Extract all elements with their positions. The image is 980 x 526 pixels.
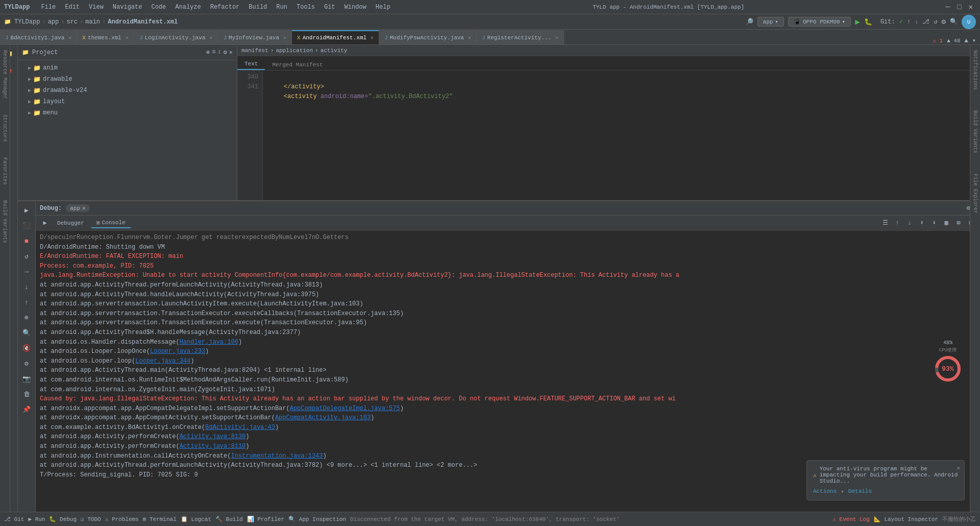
close-tab-icon[interactable]: ✕ [209, 35, 212, 41]
close-notification-icon[interactable]: ✕ [957, 465, 960, 471]
instrumentation-link[interactable]: Instrumentation.java:1343 [231, 452, 323, 460]
debug-clear-btn[interactable]: ☰ [880, 218, 890, 228]
activity-link2[interactable]: Activity.java:8110 [180, 443, 246, 450]
explorer-panel[interactable]: File Explorer [972, 174, 978, 213]
close-tab-icon[interactable]: ✕ [468, 35, 471, 41]
tab-registeractivity[interactable]: J RegisterActivity... ✕ [477, 30, 564, 44]
tab-bdactivity1[interactable]: J BdActivity1.java ✕ [0, 30, 77, 44]
debug-stop-btn[interactable]: ■ [19, 234, 34, 248]
menu-code[interactable]: Code [147, 3, 170, 12]
git-status-btn[interactable]: ⎇ Git [4, 516, 24, 522]
handler-link[interactable]: Handler.java:106 [180, 339, 238, 346]
chevron-down-icon[interactable]: ▾ [972, 37, 976, 44]
logcat-status-btn[interactable]: 📋 Logcat [181, 516, 211, 522]
debug-tab-console[interactable]: ▣ Console [91, 218, 131, 228]
close-tab-icon[interactable]: ✕ [371, 35, 374, 41]
debug-camera-btn[interactable]: 📷 [19, 372, 34, 386]
tab-modifypsw[interactable]: J ModifyPswActivity.java ✕ [379, 30, 477, 44]
debug-step-over-btn[interactable]: → [19, 265, 34, 279]
details-button[interactable]: Details [848, 488, 872, 495]
layout-inspector-btn[interactable]: 📐 Layout Inspector [874, 516, 938, 522]
undo-icon[interactable]: ↺ [934, 18, 937, 26]
debug-app-badge[interactable]: app ✕ [66, 204, 89, 212]
tab-themes[interactable]: X themes.xml ✕ [77, 30, 134, 44]
git-arrow-up-icon[interactable]: ↑ [907, 18, 911, 26]
gradle-panel[interactable]: Build Variants [972, 110, 978, 153]
menu-view[interactable]: View [85, 3, 108, 12]
git-branch-icon[interactable]: ⎇ [922, 18, 929, 26]
profiler-status-btn[interactable]: 📊 Profiler [247, 516, 284, 522]
collapse-icon[interactable]: ≡ [212, 49, 215, 56]
tree-item-drawable-v24[interactable]: ▶ 📁 drawable-v24 [18, 85, 237, 96]
run-status-btn[interactable]: ▶ Run [28, 516, 45, 522]
build-status-btn[interactable]: 🔨 Build [215, 516, 243, 522]
close-tab-icon[interactable]: ✕ [68, 35, 71, 41]
tab-merged-manifest[interactable]: Merged Manifest [265, 60, 330, 70]
run-button[interactable]: ▶ [855, 17, 860, 27]
debug-evaluate-btn[interactable]: 🔍 [19, 326, 34, 340]
menu-navigate[interactable]: Navigate [109, 3, 146, 12]
structure-panel[interactable]: Structure [2, 114, 8, 142]
menu-analyze[interactable]: Analyze [171, 3, 205, 12]
event-log-btn[interactable]: ⚠ Event Log [832, 516, 870, 522]
debug-wrap-btn[interactable]: ⊞ [953, 218, 964, 228]
close-panel-icon[interactable]: ✕ [229, 49, 233, 56]
debug-restart-btn[interactable]: ↺ [19, 249, 34, 264]
git-check-icon[interactable]: ✓ [899, 18, 903, 26]
menu-file[interactable]: File [37, 3, 60, 12]
avatar[interactable]: U [962, 15, 976, 29]
inspection-status-btn[interactable]: 🔍 App Inspection [288, 516, 346, 522]
terminal-status-btn[interactable]: ⊞ Terminal [143, 516, 177, 522]
debug-scroll-up-btn[interactable]: ↑ [892, 218, 902, 228]
menu-git[interactable]: Git [320, 3, 339, 12]
debug-expand-btn[interactable]: ⬆ [917, 218, 927, 228]
close-tab-icon[interactable]: ✕ [126, 35, 129, 41]
menu-build[interactable]: Build [244, 3, 271, 12]
settings-icon[interactable]: ⚙ [942, 17, 946, 26]
settings-icon[interactable]: ⚙ [224, 49, 227, 56]
looper-loop-link[interactable]: Looper.java:344 [135, 357, 190, 365]
debug-mute-btn[interactable]: 🔇 [19, 341, 34, 355]
menu-tools[interactable]: Tools [292, 3, 319, 12]
close-debug-icon[interactable]: ✕ [82, 205, 86, 211]
device-selector[interactable]: 📱 OPPO PDKM00 ▾ [788, 17, 851, 27]
menu-window[interactable]: Window [340, 3, 371, 12]
resource-manager-panel[interactable]: Resource Manager [2, 50, 8, 99]
actions-button[interactable]: Actions [813, 488, 837, 495]
debug-filter-btn[interactable]: ▦ [941, 218, 951, 228]
debug-scroll-down-btn[interactable]: ↓ [904, 218, 915, 228]
tab-text[interactable]: Text [237, 59, 265, 70]
tree-item-menu[interactable]: ▶ 📁 menu [18, 107, 237, 118]
debug-step-out-btn[interactable]: ↑ [19, 295, 34, 309]
debug-collapse-btn[interactable]: ⬇ [929, 218, 939, 228]
app-selector[interactable]: app ▾ [757, 17, 784, 27]
appcompat-link[interactable]: AppCompatDelegateImpl.java:575 [290, 405, 400, 412]
nav-icon[interactable]: 🔎 [745, 18, 753, 26]
debug-pin-btn[interactable]: 📌 [19, 402, 34, 417]
debug-pause-btn[interactable]: ⬛ [19, 219, 34, 233]
menu-run[interactable]: Run [272, 3, 291, 12]
debug-resume-btn[interactable]: ▶ [19, 203, 34, 218]
menu-edit[interactable]: Edit [61, 3, 84, 12]
favorites-panel[interactable]: Favorites [2, 157, 8, 185]
debug-status-btn[interactable]: 🐛 Debug [49, 516, 77, 522]
close-btn[interactable]: ✕ [966, 3, 976, 11]
debug-tab-debugger[interactable]: Debugger [52, 219, 89, 228]
git-arrow-down-icon[interactable]: ↓ [915, 18, 918, 26]
close-tab-icon[interactable]: ✕ [283, 35, 286, 41]
debug-ctrl-play[interactable]: ▶ [40, 218, 50, 228]
tab-androidmanifest[interactable]: X AndroidManifest.xml ✕ [292, 30, 379, 44]
sync-icon[interactable]: ⊕ [206, 49, 210, 56]
tab-myinfoview[interactable]: J MyInfoView.java ✕ [218, 30, 292, 44]
sort-icon[interactable]: ↕ [217, 49, 221, 56]
search-icon[interactable]: 🔍 [950, 18, 958, 26]
debug-trash-btn[interactable]: 🗑 [19, 387, 34, 401]
minimize-btn[interactable]: ─ [943, 3, 953, 11]
menu-help[interactable]: Help [372, 3, 395, 12]
bdactivity-link[interactable]: BdActivity1.java:43 [205, 424, 275, 431]
problems-status-btn[interactable]: ⚠ Problems [105, 516, 139, 522]
close-tab-icon[interactable]: ✕ [555, 35, 558, 41]
activity-link1[interactable]: Activity.java:8130 [180, 433, 246, 440]
menu-refactor[interactable]: Refactor [206, 3, 244, 12]
todo-status-btn[interactable]: ☑ TODO [81, 516, 101, 522]
